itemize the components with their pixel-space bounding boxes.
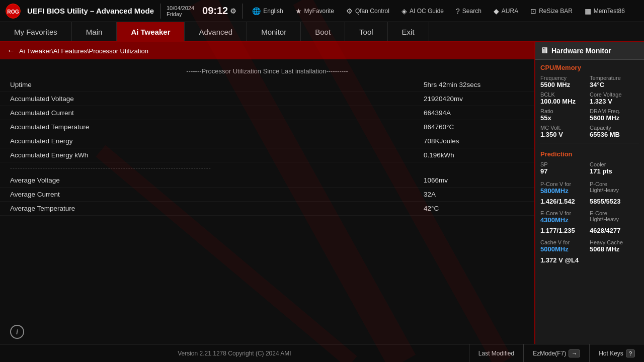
hw-core-voltage: Core Voltage 1.323 V — [590, 90, 639, 107]
main-navigation: My Favorites Main Ai Tweaker Advanced Mo… — [0, 22, 644, 42]
rog-logo: ROG — [5, 3, 21, 19]
label-acc-current: Accumulated Current — [10, 109, 424, 117]
star-icon: ★ — [295, 7, 302, 15]
row-avg-voltage: Average Voltage 1066mv — [0, 173, 534, 188]
pcore-values: 1.426/1.542 5855/5523 — [535, 196, 644, 207]
value-uptime: 5hrs 42min 32secs — [424, 81, 524, 88]
row-acc-voltage: Accumulated Voltage 21920420mv — [0, 92, 534, 106]
nav-search[interactable]: ? Search — [453, 6, 485, 17]
hotkeys-button[interactable]: Hot Keys ? — [589, 344, 644, 362]
label-acc-voltage: Accumulated Voltage — [10, 95, 424, 103]
gear-icon[interactable]: ⚙ — [230, 7, 236, 15]
hw-frequency: Frequency 5500 MHz — [540, 73, 590, 90]
tab-aitweaker[interactable]: Ai Tweaker — [117, 22, 185, 41]
label-avg-current: Average Current — [10, 191, 424, 198]
resize-icon: ⊡ — [530, 7, 536, 15]
hw-ratio: Ratio 55x — [540, 107, 590, 123]
prediction-grid: SP 97 Cooler 171 pts — [535, 160, 644, 176]
value-acc-current: 664394A — [424, 109, 524, 117]
nav-myfavorite[interactable]: ★ MyFavorite — [292, 6, 337, 17]
separator: ----------------------------------------… — [0, 162, 534, 173]
label-acc-energy-kwh: Accumulated Energy kWh — [10, 151, 424, 159]
ecore-grid: E-Core V for 4300MHz E-Core Light/Heavy — [535, 209, 644, 225]
nav-language[interactable]: 🌐 English — [249, 6, 286, 17]
ezmode-button[interactable]: EzMode(F7) → — [523, 344, 589, 362]
label-uptime: Uptime — [10, 81, 424, 88]
nav-memtest[interactable]: ▦ MemTest86 — [582, 6, 628, 17]
back-arrow-icon[interactable]: ← — [7, 46, 15, 55]
section-header: -------Processor Utilization Since Last … — [0, 64, 534, 78]
nav-resizebar[interactable]: ⊡ ReSize BAR — [527, 6, 576, 17]
qfan-label: Qfan Control — [355, 8, 389, 15]
ai-icon: ◈ — [401, 7, 407, 15]
last-modified-label: Last Modified — [478, 350, 514, 357]
label-avg-temp: Average Temperature — [10, 205, 424, 212]
hw-capacity: Capacity 65536 MB — [590, 123, 639, 140]
prediction-header: Prediction — [535, 146, 644, 160]
content-area: ← Ai Tweaker\AI Features\Processor Utili… — [0, 42, 644, 344]
hw-divider — [540, 143, 639, 143]
breadcrumb-bar: ← Ai Tweaker\AI Features\Processor Utili… — [0, 42, 534, 59]
cpu-memory-header: CPU/Memory — [535, 60, 644, 73]
tab-boot[interactable]: Boot — [301, 22, 345, 41]
row-uptime: Uptime 5hrs 42min 32secs — [0, 78, 534, 92]
myfavorite-label: MyFavorite — [304, 8, 334, 15]
hotkeys-label: Hot Keys — [599, 350, 623, 357]
search-icon: ? — [456, 7, 460, 15]
value-acc-energy: 708KJoules — [424, 137, 524, 145]
main-panel: ← Ai Tweaker\AI Features\Processor Utili… — [0, 42, 534, 344]
hw-ecore-freq-val: 4628/4277 — [590, 225, 639, 236]
date-text: 10/04/2024 — [167, 5, 194, 11]
memtest-label: MemTest86 — [594, 8, 625, 15]
row-acc-energy: Accumulated Energy 708KJoules — [0, 134, 534, 148]
nav-aioc[interactable]: ◈ AI OC Guide — [398, 6, 447, 17]
tab-favorites[interactable]: My Favorites — [0, 22, 72, 41]
row-acc-current: Accumulated Current 664394A — [0, 106, 534, 120]
language-label: English — [263, 8, 283, 15]
hw-pcore-v-label: P-Core V for 5800MHz — [540, 179, 590, 196]
globe-icon: 🌐 — [252, 7, 261, 15]
hw-temperature: Temperature 34°C — [590, 73, 639, 90]
tab-exit[interactable]: Exit — [388, 22, 429, 41]
search-label: Search — [462, 8, 481, 15]
value-acc-temp: 864760°C — [424, 123, 524, 131]
aura-label: AURA — [502, 8, 518, 15]
label-acc-temp: Accumulated Temperature — [10, 123, 424, 131]
last-modified-button[interactable]: Last Modified — [469, 344, 523, 362]
cpu-memory-grid: Frequency 5500 MHz Temperature 34°C BCLK… — [535, 73, 644, 140]
app-title: UEFI BIOS Utility – Advanced Mode — [27, 7, 154, 15]
fan-icon: ⚙ — [346, 7, 353, 15]
value-avg-voltage: 1066mv — [424, 176, 524, 184]
hw-ecore-light-heavy: E-Core Light/Heavy — [590, 209, 639, 225]
footer-version: Version 2.21.1278 Copyright (C) 2024 AMI — [0, 344, 469, 362]
hw-ecore-v-label: E-Core V for 4300MHz — [540, 209, 590, 225]
tab-advanced[interactable]: Advanced — [185, 22, 247, 41]
info-section: i — [0, 320, 534, 344]
hw-monitor-title: 🖥 Hardware Monitor — [535, 42, 644, 60]
mem-icon: ▦ — [585, 7, 591, 15]
hardware-monitor-panel: 🖥 Hardware Monitor CPU/Memory Frequency … — [534, 42, 644, 344]
tab-monitor[interactable]: Monitor — [247, 22, 301, 41]
footer: Version 2.21.1278 Copyright (C) 2024 AMI… — [0, 344, 644, 362]
tab-tool[interactable]: Tool — [345, 22, 388, 41]
label-avg-voltage: Average Voltage — [10, 176, 424, 184]
aioc-label: AI OC Guide — [410, 8, 444, 15]
tab-main[interactable]: Main — [72, 22, 117, 41]
day-text: Friday — [167, 11, 194, 17]
ezmode-key: → — [569, 349, 580, 357]
divider — [243, 4, 243, 19]
hw-mc-volt: MC Volt. 1.350 V — [540, 123, 590, 140]
value-acc-voltage: 21920420mv — [424, 95, 524, 103]
nav-qfan[interactable]: ⚙ Qfan Control — [343, 6, 392, 17]
info-icon[interactable]: i — [10, 325, 24, 339]
hw-ecore-volt-val: 1.177/1.235 — [540, 225, 590, 236]
nav-aura[interactable]: ◆ AURA — [491, 6, 521, 17]
row-avg-temp: Average Temperature 42°C — [0, 202, 534, 216]
breadcrumb: Ai Tweaker\AI Features\Processor Utiliza… — [19, 47, 148, 55]
hw-cache-v-label: Cache V for 5000MHz — [540, 238, 590, 254]
value-avg-temp: 42°C — [424, 205, 524, 212]
svg-text:ROG: ROG — [7, 9, 19, 14]
row-acc-energy-kwh: Accumulated Energy kWh 0.196kWh — [0, 148, 534, 162]
hw-monitor-label: Hardware Monitor — [551, 47, 611, 55]
datetime-display: 10/04/2024 Friday — [167, 5, 194, 17]
